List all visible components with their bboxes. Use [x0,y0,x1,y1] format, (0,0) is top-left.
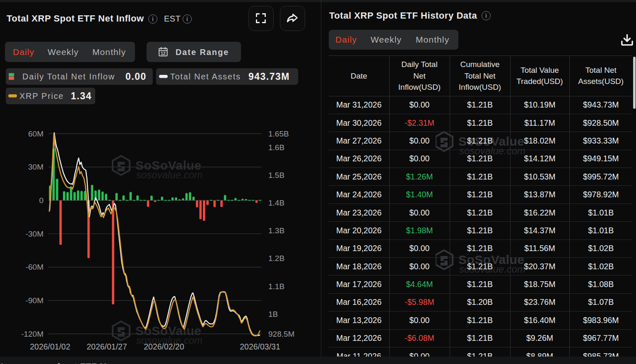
svg-text:30M: 30M [28,163,43,171]
svg-text:1.3B: 1.3B [268,226,284,235]
svg-text:sosovalue.com: sosovalue.com [136,169,202,180]
svg-text:1.6B: 1.6B [268,143,284,152]
svg-text:2026/03/31: 2026/03/31 [240,342,280,351]
svg-text:928.5M: 928.5M [268,330,294,338]
svg-text:2026/02/20: 2026/02/20 [144,342,184,351]
svg-text:-30M: -30M [26,230,43,238]
svg-text:60M: 60M [28,129,43,138]
svg-text:0: 0 [39,196,43,205]
svg-text:2026/01/02: 2026/01/02 [30,342,70,351]
svg-text:1B: 1B [268,310,278,318]
svg-text:-90M: -90M [26,296,43,305]
svg-text:-120M: -120M [21,330,43,338]
svg-text:1.5B: 1.5B [268,171,284,180]
svg-text:1.4B: 1.4B [268,199,284,207]
svg-text:1.65B: 1.65B [268,129,289,138]
svg-text:1.2B: 1.2B [268,254,284,263]
svg-text:-60M: -60M [26,263,43,271]
svg-text:1.1B: 1.1B [268,282,284,291]
svg-text:2026/01/27: 2026/01/27 [87,342,127,351]
